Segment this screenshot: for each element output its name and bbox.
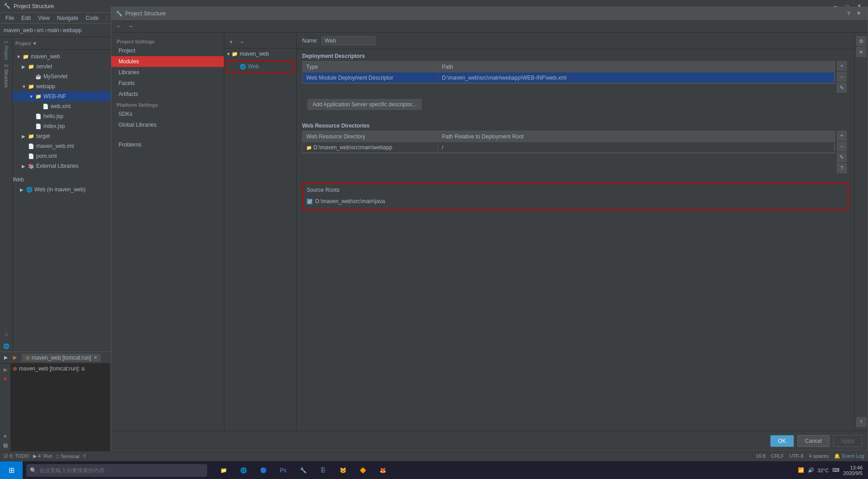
remove-descriptor-btn[interactable]: − [837,72,847,82]
side-icon-web[interactable]: 🌐 [1,341,12,351]
settings-global-libs[interactable]: Global Libraries [111,119,224,130]
menu-code[interactable]: Code [82,14,102,22]
tree-item-target[interactable]: ▶📁 target [13,131,125,141]
status-help-btn[interactable]: ? [83,454,85,459]
right-btn-settings[interactable]: ⚙ [856,36,866,46]
settings-libraries[interactable]: Libraries [111,67,224,78]
left-side-icons: 1: Project 2: Structure ☆ 🌐 [0,37,13,351]
dialog-title-bar: 🔧 Project Structure ? ✕ [111,7,868,20]
run-tab-close[interactable]: ✕ [94,355,97,360]
menu-edit[interactable]: Edit [18,14,34,22]
tree-item-webinf[interactable]: ▼📁 WEB-INF [13,91,125,101]
tree-item-project[interactable]: ▼📁 maven_web [13,52,125,62]
source-root-checkbox-1[interactable]: ✓ [307,199,313,204]
run-scroll-btn[interactable]: ≡ [1,432,9,440]
breadcrumb-part-2[interactable]: src [37,27,44,33]
dialog-back-btn[interactable]: ← [114,21,124,31]
add-web-resource-btn[interactable]: + [837,131,847,141]
tree-item-hellojsp[interactable]: 📄 hello.jsp [13,111,125,121]
cancel-button[interactable]: Cancel [797,435,830,447]
taskbar-app-chrome[interactable]: 🔵 [254,462,272,479]
apply-button[interactable]: Apply [833,435,862,447]
run-list-item[interactable]: ⊕ maven_web [tomcat:run]: a [11,364,110,374]
settings-artifacts[interactable]: Artifacts [111,89,224,100]
tree-item-webapp[interactable]: ▼📁 webapp [13,81,125,91]
web-root-label: Web [13,176,24,183]
right-btn-close[interactable]: ✕ [856,47,866,57]
remove-web-resource-btn[interactable]: − [837,142,847,152]
project-tree[interactable]: ▼📁 maven_web ▶📁 servlet ☕ MyServlet ▼📁 w… [13,50,125,351]
add-server-descriptor-btn[interactable]: Add Application Server specific descript… [308,99,422,110]
web-resource-rel-val: / [438,144,835,151]
taskbar: ⊞ 🔍 📁 🌐 🔵 Ps 🔧 🗄 🐱 🔶 🦊 📶 🔊 32°C ⌨ 13:46 … [0,461,868,479]
menu-navigate[interactable]: Navigate [53,14,82,22]
run-tab[interactable]: ⊕ maven_web [tomcat:run] ✕ [22,354,101,362]
menu-separator: / [102,14,111,22]
tree-item-webxml[interactable]: 📄 web.xml [13,101,125,111]
edit-descriptor-btn[interactable]: ✎ [837,83,847,93]
tree-item-indexjsp[interactable]: 📄 index.jsp [13,121,125,131]
taskbar-app-intellij[interactable]: 🔧 [294,462,312,479]
add-descriptor-btn[interactable]: + [837,61,847,71]
menu-file[interactable]: File [2,14,18,22]
dialog-forward-btn[interactable]: → [126,21,136,31]
run-debug-btn[interactable]: ▶ [11,354,19,362]
taskbar-search-bar[interactable]: 🔍 [26,464,207,477]
module-item-web[interactable]: 🌐 Web [227,61,294,72]
tree-item-web-root[interactable]: Web [13,175,125,185]
taskbar-app-ps[interactable]: Ps [274,462,292,479]
side-icon-favorites[interactable]: ☆ [1,329,12,340]
status-terminal[interactable]: □ Terminal [56,454,79,459]
status-todo[interactable]: ☑ 6: TODO [4,453,29,459]
remove-module-btn[interactable]: − [237,37,247,47]
ok-button[interactable]: OK [770,435,793,447]
side-icon-project[interactable]: 1: Project [3,39,9,62]
run-filter-btn[interactable]: ▤ [1,441,9,449]
run-stop-btn[interactable]: ■ [1,375,9,383]
tree-item-web-in-maven[interactable]: ▶🌐 Web (in maven_web) [13,185,125,194]
edit-web-resource-btn[interactable]: ✎ [837,152,847,162]
help-web-resource-btn[interactable]: ? [837,163,847,173]
source-roots-box: Source Roots ✓ D:\maven_web\src\main\jav… [302,182,849,210]
deployment-side-actions: + − ✎ [835,61,849,93]
platform-settings-label: Platform Settings [111,100,224,109]
start-button[interactable]: ⊞ [0,461,23,479]
dialog-title-text: Project Structure [125,10,166,17]
module-item-maven-web[interactable]: ▼ 📁 maven_web [224,48,296,59]
settings-modules[interactable]: Modules [111,56,224,67]
taskbar-app-misc1[interactable]: 🐱 [334,462,352,479]
web-resource-row-1[interactable]: 📁D:\maven_web\src\main\webapp / [303,142,835,153]
right-btn-help[interactable]: ? [856,417,866,427]
tree-item-myservlet[interactable]: ☕ MyServlet [13,71,125,81]
tree-item-external-libs[interactable]: ▶📚 External Libraries [13,161,125,171]
taskbar-app-edge[interactable]: 🌐 [234,462,252,479]
run-play-btn[interactable]: ▶ [2,354,10,362]
status-event-log[interactable]: 🔔 Event Log [834,453,864,459]
settings-project[interactable]: Project [111,45,224,56]
dialog-close-btn[interactable]: ✕ [854,9,863,18]
taskbar-app-misc2[interactable]: 🔶 [354,462,372,479]
status-run[interactable]: ▶ 4: Run [33,453,52,459]
taskbar-app-datagrip[interactable]: 🗄 [314,462,332,479]
dialog-help-btn[interactable]: ? [844,9,853,18]
module-name-input[interactable] [322,36,376,45]
deployment-row-1[interactable]: Web Module Deployment Descriptor D:\mave… [303,72,835,83]
settings-sdks[interactable]: SDKs [111,109,224,119]
tree-item-pom[interactable]: 📄 pom.xml [13,151,125,161]
menu-view[interactable]: View [34,14,53,22]
tree-item-servlet[interactable]: ▶📁 servlet [13,62,125,71]
source-root-path-1: D:\maven_web\src\main\java [315,198,385,204]
breadcrumb-part-4[interactable]: webapp [63,27,82,33]
settings-facets[interactable]: Facets [111,78,224,89]
breadcrumb-part-1[interactable]: maven_web [4,27,33,33]
taskbar-app-explorer[interactable]: 📁 [214,462,232,479]
run-restart-btn[interactable]: ▶ [1,365,9,374]
run-tab-label: maven_web [tomcat:run] [32,355,91,361]
taskbar-app-misc3[interactable]: 🦊 [374,462,392,479]
add-module-btn[interactable]: + [226,37,236,47]
side-icon-structure[interactable]: 2: Structure [3,62,9,90]
settings-problems[interactable]: Problems [111,139,224,150]
taskbar-search-input[interactable] [39,467,204,474]
tree-item-iml[interactable]: 📄 maven_web.iml [13,141,125,151]
breadcrumb-part-3[interactable]: main [47,27,59,33]
